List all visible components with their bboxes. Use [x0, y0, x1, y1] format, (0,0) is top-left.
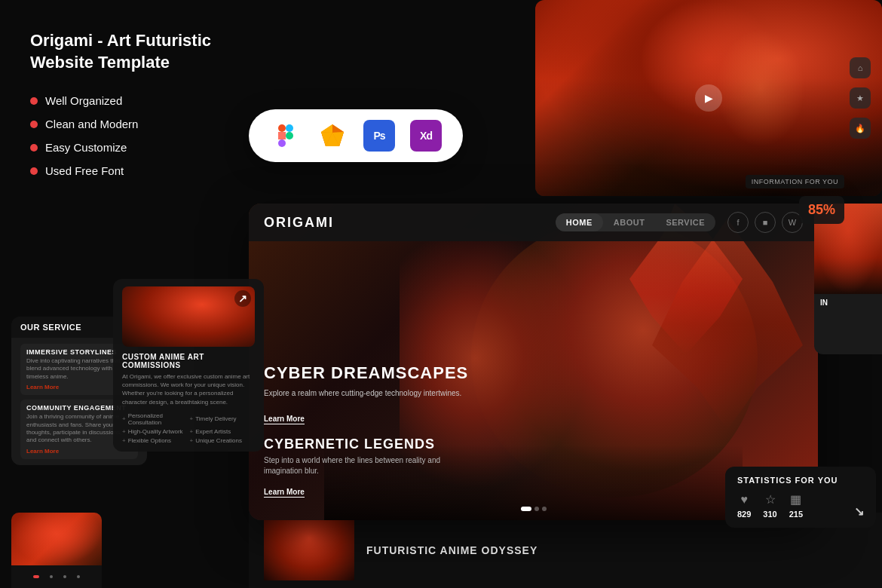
nav-pill: HOME ABOUT SERVICE — [556, 213, 715, 231]
facebook-icon[interactable]: f — [727, 212, 749, 233]
svg-rect-0 — [278, 124, 286, 132]
feature-tag-5: Flexible Options — [122, 437, 188, 444]
home-icon[interactable]: ⌂ — [850, 57, 871, 78]
statistics-card: STATISTICS FOR YOU ♥ 829 ☆ 310 ▦ 215 ↘ — [725, 467, 876, 528]
hero-title-1: CYBER DREAMSCAPES — [264, 363, 475, 383]
feature-label-2: Clean and Modern — [45, 118, 138, 130]
service-detail-text: At Origami, we offer exclusive custom an… — [122, 372, 255, 406]
mockup-logo: ORIGAMI — [264, 215, 334, 231]
mobile-nav — [11, 565, 102, 588]
dot-1[interactable] — [521, 507, 531, 511]
list-item: Clean and Modern — [30, 118, 256, 130]
hero-content: CYBER DREAMSCAPES Explore a realm where … — [264, 363, 475, 498]
percent-value: 85% — [808, 202, 835, 217]
bottom-thumbnail — [264, 520, 354, 580]
xd-icon: Xd — [410, 120, 442, 152]
list-item: Easy Customize — [30, 141, 256, 154]
feature-label-1: Well Organized — [45, 94, 122, 107]
hero-subtitle-1: Explore a realm where cutting-edge techn… — [264, 387, 475, 399]
service-detail-title: CUSTOM ANIME ART COMMISSIONS — [122, 353, 255, 369]
nav-item-service[interactable]: SERVICE — [655, 213, 715, 231]
star-icon-stat: ☆ — [765, 492, 776, 507]
right-partial-text: IN — [814, 294, 882, 311]
stats-title: STATISTICS FOR YOU — [737, 476, 864, 485]
sketch-icon — [317, 120, 348, 152]
thumb-bg — [264, 520, 354, 580]
mobile-bg — [11, 513, 102, 565]
nav-item-home[interactable]: HOME — [556, 213, 603, 231]
figma-icon — [270, 120, 302, 152]
mobile-nav-dot-3[interactable] — [63, 575, 66, 578]
play-button[interactable]: ▶ — [695, 84, 722, 112]
flame-glow-2 — [709, 20, 813, 157]
star-icon[interactable]: ★ — [850, 87, 871, 109]
page-title: Origami - Art Futuristic Website Templat… — [30, 30, 256, 73]
likes-value: 829 — [737, 510, 751, 519]
svg-rect-3 — [286, 124, 293, 132]
svg-point-4 — [286, 132, 293, 139]
hero-section-1: CYBER DREAMSCAPES Explore a realm where … — [264, 363, 475, 424]
right-partial-card: IN — [814, 204, 882, 354]
svg-marker-9 — [321, 124, 332, 133]
mobile-nav-dot-4[interactable] — [77, 575, 80, 578]
bullet-dot — [30, 97, 38, 105]
service-detail-image: ↗ — [122, 286, 255, 347]
mobile-mockup — [11, 513, 102, 588]
mobile-glow — [11, 513, 102, 565]
mockup-navbar: ORIGAMI HOME ABOUT SERVICE f ■ W — [249, 204, 818, 241]
bullet-dot — [30, 167, 38, 175]
arrow-icon-stats: ↘ — [854, 504, 864, 519]
percent-badge: 85% — [799, 196, 844, 224]
comment-icon: ▦ — [790, 492, 801, 507]
top-right-mockup: ▶ ⌂ ★ 🔥 INFORMATION FOR YOU — [535, 0, 882, 196]
arrow-external-icon[interactable]: ↗ — [234, 290, 251, 307]
dot-3[interactable] — [542, 507, 547, 511]
slide-indicators — [521, 507, 547, 511]
feature-tag-3: High-Quality Artwork — [122, 428, 188, 435]
stat-stars: ☆ 310 — [763, 492, 776, 519]
heart-icon: ♥ — [740, 493, 748, 507]
flame-icon[interactable]: 🔥 — [850, 118, 871, 139]
list-item: Well Organized — [30, 94, 256, 107]
instagram-icon[interactable]: ■ — [755, 212, 776, 233]
feature-tag-1: Personalized Consultation — [122, 412, 188, 426]
left-panel: Origami - Art Futuristic Website Templat… — [30, 30, 256, 177]
stars-value: 310 — [763, 510, 776, 519]
feature-tag-6: Unique Creations — [190, 437, 256, 444]
feature-list: Well Organized Clean and Modern Easy Cus… — [30, 94, 256, 177]
service-detail-card: ↗ CUSTOM ANIME ART COMMISSIONS At Origam… — [113, 279, 264, 452]
svg-rect-1 — [278, 132, 286, 139]
dot-2[interactable] — [534, 507, 539, 511]
stat-likes: ♥ 829 — [737, 493, 751, 519]
sidebar-icons: ⌂ ★ 🔥 — [850, 57, 871, 139]
stats-row: ♥ 829 ☆ 310 ▦ 215 ↘ — [737, 492, 864, 519]
svg-marker-6 — [332, 124, 344, 133]
info-badge: INFORMATION FOR YOU — [746, 175, 844, 188]
list-item: Used Free Font — [30, 164, 256, 177]
comments-value: 215 — [789, 510, 803, 519]
stat-comments: ▦ 215 — [789, 492, 803, 519]
hero-section-2: CYBERNETIC LEGENDS Step into a world whe… — [264, 436, 475, 498]
features-grid: Personalized Consultation Timely Deliver… — [122, 412, 255, 444]
tools-pill: Ps Xd — [249, 109, 463, 162]
photoshop-icon: Ps — [363, 120, 395, 152]
nav-item-about[interactable]: ABOUT — [603, 213, 656, 231]
svg-rect-2 — [278, 139, 286, 147]
feature-tag-2: Timely Delivery — [190, 412, 256, 426]
learn-more-button-1[interactable]: Learn More — [264, 415, 305, 424]
mobile-nav-dot-2[interactable] — [50, 575, 53, 578]
feature-label-4: Used Free Font — [45, 164, 124, 177]
learn-more-button-2[interactable]: Learn More — [264, 488, 305, 498]
hero-subtitle-2: Step into a world where the lines betwee… — [264, 455, 475, 476]
bottom-text: FUTURISTIC ANIME ODYSSEY — [366, 544, 867, 556]
bullet-dot — [30, 121, 38, 128]
top-right-background: ▶ ⌂ ★ 🔥 INFORMATION FOR YOU — [535, 0, 882, 196]
hero-title-2: CYBERNETIC LEGENDS — [264, 436, 475, 452]
feature-label-3: Easy Customize — [45, 141, 127, 154]
mobile-nav-dot-1[interactable] — [33, 575, 39, 578]
feature-tag-4: Expert Artists — [190, 428, 256, 435]
social-icons: f ■ W — [727, 212, 803, 233]
bullet-dot — [30, 144, 38, 152]
bottom-title: FUTURISTIC ANIME ODYSSEY — [366, 544, 867, 556]
